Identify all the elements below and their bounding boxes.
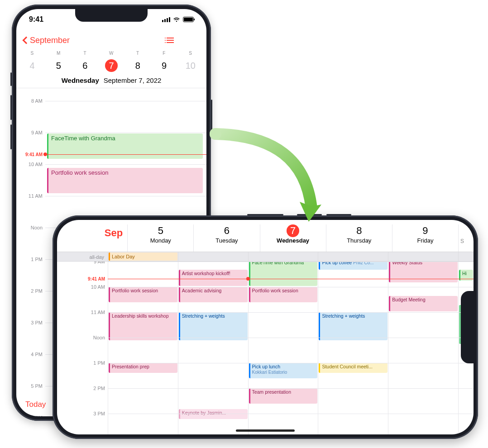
all-day-row: all-dayLabor Day	[57, 252, 474, 262]
day-column[interactable]: FaceTime with GrandmaPortfolio work sess…	[248, 262, 318, 434]
calendar-event[interactable]: Artist workshop kickoff!	[179, 270, 248, 286]
day-number[interactable]: 9	[151, 59, 177, 72]
hour-label: 3 PM	[57, 411, 105, 416]
hour-label: Noon	[57, 335, 105, 340]
hour-label: 1 PM	[16, 257, 43, 262]
hour-label: 2 PM	[57, 386, 105, 391]
weekday-label: T	[72, 51, 98, 56]
current-time-label: 9:41 AM	[57, 276, 105, 281]
week-header: Sep5Monday6Tuesday7Wednesday8Thursday9Fr…	[57, 220, 474, 252]
calendar-event[interactable]: Academic advising	[179, 287, 248, 302]
hour-label: 11 AM	[57, 310, 105, 315]
week-grid[interactable]: 9 AM10 AM11 AMNoon1 PM2 PM3 PM Portfolio…	[57, 262, 474, 434]
hour-label: 5 PM	[16, 383, 43, 389]
day-number[interactable]: 6	[72, 59, 98, 72]
all-day-event[interactable]: Labor Day	[109, 253, 177, 261]
hour-label: 1 PM	[57, 360, 105, 366]
calendar-event[interactable]: FaceTime with Grandma	[249, 262, 318, 286]
day-column[interactable]: Portfolio work sessionLeadership skills …	[108, 262, 178, 434]
day-column[interactable]: Pick up coffee Philz Co...Stretching + w…	[318, 262, 388, 434]
day-number[interactable]: 10	[177, 59, 204, 72]
hour-label: 11 AM	[16, 193, 43, 199]
calendar-event[interactable]: Pick up coffee Philz Co...	[319, 262, 388, 270]
today-button[interactable]: Today	[25, 400, 46, 409]
day-column-header[interactable]: 9Friday	[392, 224, 458, 252]
list-icon	[165, 37, 174, 44]
calendar-event[interactable]: Keynote by Jasmin...	[179, 409, 248, 419]
week-strip: SMTWTFS 45678910	[16, 51, 206, 72]
month-button[interactable]: Sep	[57, 224, 123, 239]
day-number[interactable]: 7	[105, 59, 118, 72]
calendar-event[interactable]: Leadership skills workshop	[109, 312, 177, 340]
status-time: 9:41	[29, 15, 43, 24]
hour-label: 4 PM	[16, 352, 43, 357]
calendar-event[interactable]: FaceTime with Grandma	[47, 133, 203, 159]
calendar-event[interactable]: Portfolio work session	[47, 168, 203, 193]
hour-label: 8 AM	[16, 98, 43, 104]
battery-icon	[183, 17, 194, 22]
calendar-event[interactable]: Portfolio work session	[109, 287, 177, 302]
calendar-event[interactable]: Portfolio work session	[249, 287, 318, 302]
back-label: September	[30, 36, 70, 45]
day-number[interactable]: 5	[45, 59, 72, 72]
calendar-event[interactable]: Student Council meeti...	[319, 363, 388, 373]
calendar-event[interactable]: Pick up lunchKokkari Estiatorio	[249, 363, 318, 378]
landscape-screen: Sep5Monday6Tuesday7Wednesday8Thursday9Fr…	[57, 220, 474, 434]
day-column[interactable]: Artist workshop kickoff!Academic advisin…	[178, 262, 248, 434]
chevron-left-icon	[23, 37, 30, 44]
weekday-label: F	[151, 51, 177, 56]
calendar-event[interactable]: Stretching + weights	[319, 312, 388, 340]
weekday-label: S	[177, 51, 204, 56]
day-column[interactable]: Weekly StatusBudget Meeting	[388, 262, 458, 434]
weekday-label: T	[124, 51, 151, 56]
day-column-header[interactable]: 5Monday	[127, 224, 193, 252]
hour-label: Noon	[16, 225, 43, 230]
calendar-event[interactable]: Team presentation	[249, 388, 318, 404]
full-date-label: WednesdaySeptember 7, 2022	[16, 76, 206, 88]
day-column-header[interactable]: 7Wednesday	[260, 224, 326, 252]
day-column-header[interactable]: 6Tuesday	[193, 224, 259, 252]
calendar-event[interactable]: Stretching + weights	[179, 312, 248, 340]
current-time-label: 9:41 AM	[16, 152, 43, 157]
day-number[interactable]: 8	[124, 59, 151, 72]
hour-label: 3 PM	[16, 320, 43, 325]
weekday-label: S	[19, 51, 45, 56]
day-column-header[interactable]: 8Thursday	[326, 224, 392, 252]
back-button[interactable]: September	[24, 36, 70, 45]
calendar-event[interactable]: Presentation prep	[109, 363, 177, 373]
hour-label: 10 AM	[16, 162, 43, 167]
wifi-icon	[173, 17, 180, 22]
home-indicator[interactable]	[236, 429, 295, 432]
day-number[interactable]: 4	[19, 59, 45, 72]
weekday-label: M	[45, 51, 72, 56]
hour-label: 2 PM	[16, 288, 43, 294]
hour-label: 10 AM	[57, 284, 105, 290]
calendar-event[interactable]: Budget Meeting	[389, 296, 458, 311]
hour-label: 6 PM	[16, 415, 43, 416]
all-day-label: all-day	[57, 252, 108, 261]
cellular-icon	[162, 17, 170, 22]
calendar-nav-bar: September	[16, 30, 206, 51]
list-view-button[interactable]	[165, 37, 174, 44]
hour-label: 9 AM	[57, 262, 105, 264]
hour-label: 9 AM	[16, 130, 43, 135]
weekday-label: W	[98, 51, 124, 56]
iphone-landscape-frame: Sep5Monday6Tuesday7Wednesday8Thursday9Fr…	[53, 215, 478, 439]
